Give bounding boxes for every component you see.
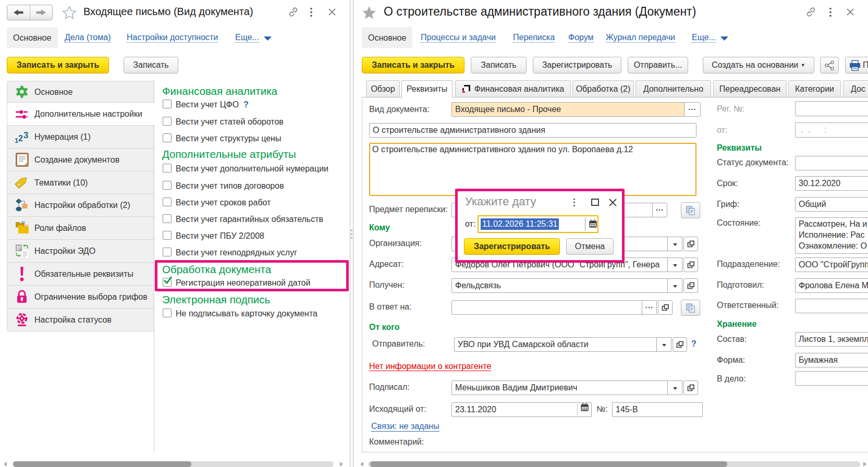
svg-text:3: 3 [23, 130, 28, 140]
svg-text:2: 2 [18, 134, 23, 143]
